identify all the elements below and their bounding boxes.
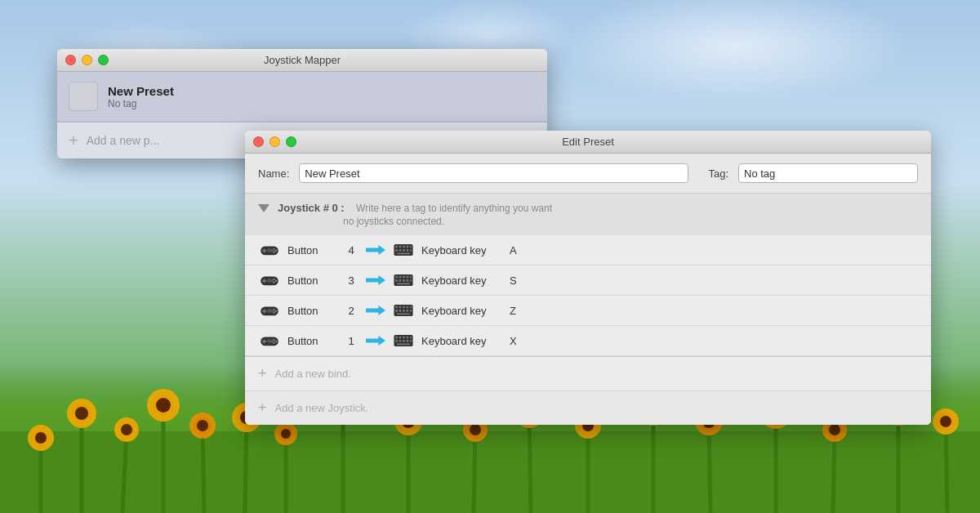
svg-rect-90	[403, 249, 405, 252]
svg-rect-147	[399, 337, 402, 339]
bind-row-0[interactable]: Button 4	[245, 235, 931, 265]
add-bind-row[interactable]: + Add a new bind.	[245, 357, 931, 391]
preset-info: New Preset No tag	[108, 84, 536, 109]
bind-button-num-0: 4	[343, 244, 359, 256]
svg-rect-111	[403, 279, 405, 282]
ep-name-label: Name:	[258, 167, 289, 180]
svg-line-16	[833, 431, 835, 513]
jm-maximize-button[interactable]	[98, 55, 109, 65]
joystick-expand-button[interactable]	[258, 204, 270, 212]
bind-key-label-2: Keyboard key	[421, 305, 503, 317]
svg-rect-88	[395, 249, 398, 252]
svg-point-97	[273, 279, 275, 281]
svg-rect-89	[399, 249, 402, 252]
bind-key-val-0: A	[510, 244, 526, 256]
sf1	[28, 425, 54, 451]
joystick-info: Joystick # 0 : Write here a tag to ident…	[278, 202, 918, 227]
svg-rect-107	[407, 276, 409, 279]
svg-rect-154	[407, 340, 409, 342]
svg-rect-153	[403, 340, 405, 342]
svg-point-120	[273, 311, 275, 314]
add-joystick-row[interactable]: + Add a new Joystick.	[245, 391, 931, 425]
ep-window-controls	[253, 136, 296, 147]
bind-key-label-1: Keyboard key	[421, 274, 503, 287]
svg-rect-155	[410, 340, 412, 342]
keyboard-icon-2	[392, 302, 415, 319]
svg-rect-156	[397, 344, 410, 346]
svg-point-99	[273, 281, 275, 283]
svg-marker-81	[366, 245, 385, 255]
gamepad-icon-1	[258, 272, 281, 288]
svg-marker-102	[366, 275, 385, 285]
svg-rect-129	[410, 306, 412, 309]
add-preset-icon: +	[69, 132, 78, 149]
svg-rect-150	[410, 337, 412, 339]
svg-point-30	[156, 398, 171, 413]
svg-rect-104	[395, 276, 398, 279]
bind-button-label-0: Button	[287, 244, 336, 256]
jm-close-button[interactable]	[65, 55, 76, 65]
ep-close-button[interactable]	[253, 136, 264, 147]
svg-rect-84	[399, 246, 402, 248]
svg-rect-92	[410, 249, 412, 252]
add-preset-label: Add a new p...	[87, 134, 160, 147]
jm-title: Joystick Mapper	[264, 54, 341, 66]
ep-maximize-button[interactable]	[286, 136, 296, 147]
joystick-header: Joystick # 0 : Write here a tag to ident…	[245, 194, 931, 235]
ep-minimize-button[interactable]	[270, 136, 280, 147]
svg-point-77	[275, 250, 278, 252]
bind-key-val-3: X	[510, 335, 526, 347]
svg-point-98	[275, 280, 278, 283]
svg-rect-105	[399, 276, 402, 279]
bind-button-label-2: Button	[287, 305, 336, 317]
joystick-desc2: no joysticks connected.	[278, 216, 918, 227]
svg-rect-131	[399, 310, 402, 312]
svg-rect-117	[262, 310, 266, 312]
svg-rect-112	[407, 279, 409, 282]
jm-minimize-button[interactable]	[82, 55, 92, 65]
svg-rect-83	[395, 246, 398, 248]
svg-point-21	[35, 432, 47, 444]
svg-rect-109	[395, 279, 398, 282]
svg-rect-91	[407, 249, 409, 252]
add-joystick-plus-icon: +	[258, 399, 267, 417]
add-bind-label: Add a new bind.	[275, 368, 351, 380]
svg-rect-101	[267, 279, 271, 283]
svg-rect-133	[407, 310, 409, 312]
joystick-number: Joystick # 0 : Write here a tag to ident…	[278, 202, 918, 214]
ep-title: Edit Preset	[562, 136, 614, 148]
svg-line-11	[529, 415, 531, 513]
arrow-icon-1	[366, 274, 385, 287]
joystick-desc-inline: Write here a tag to identify anything yo…	[356, 203, 552, 214]
bind-key-val-2: Z	[510, 305, 526, 317]
bind-row-1[interactable]: Button 3	[245, 265, 931, 296]
preset-item[interactable]: New Preset No tag	[57, 72, 547, 122]
svg-rect-106	[403, 276, 405, 279]
svg-rect-128	[407, 306, 409, 309]
bind-row-3[interactable]: Button 1	[245, 326, 931, 356]
svg-point-66	[829, 424, 840, 435]
ep-tag-input[interactable]	[738, 163, 918, 183]
bind-row-2[interactable]: Button 2	[245, 296, 931, 326]
keyboard-icon-0	[392, 242, 415, 258]
svg-rect-138	[262, 341, 266, 342]
svg-point-118	[273, 309, 275, 311]
svg-rect-114	[397, 283, 410, 285]
svg-rect-125	[395, 306, 398, 309]
svg-point-119	[275, 310, 278, 313]
svg-rect-146	[395, 337, 398, 339]
svg-rect-85	[403, 246, 405, 248]
ep-name-input[interactable]	[299, 163, 688, 183]
svg-line-5	[203, 427, 204, 513]
preset-icon	[69, 82, 98, 111]
joystick-section: Joystick # 0 : Write here a tag to ident…	[245, 194, 931, 357]
bind-key-val-1: S	[510, 274, 526, 287]
svg-line-10	[474, 431, 475, 513]
svg-rect-132	[403, 310, 405, 312]
svg-point-141	[273, 341, 275, 344]
svg-marker-123	[366, 306, 385, 315]
svg-rect-113	[410, 279, 412, 282]
arrow-icon-0	[366, 243, 385, 256]
svg-rect-135	[397, 314, 410, 315]
preset-tag: No tag	[108, 98, 536, 109]
